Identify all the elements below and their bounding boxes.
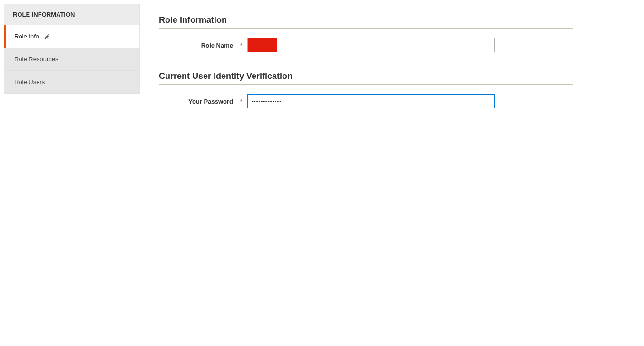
main-content: Role Information Role Name * Current Use… — [140, 4, 640, 139]
section-title-identity-verification: Current User Identity Verification — [159, 71, 621, 81]
password-value: ••••••••••••• — [252, 98, 282, 104]
label-role-name: Role Name — [159, 42, 237, 49]
tab-label: Role Resources — [14, 56, 59, 63]
text-caret-icon — [279, 97, 279, 105]
tab-role-info[interactable]: Role Info — [4, 25, 139, 48]
section-identity-verification: Current User Identity Verification Your … — [159, 71, 621, 108]
input-role-name[interactable] — [247, 38, 495, 52]
sidebar-title: ROLE INFORMATION — [4, 4, 139, 25]
section-role-information: Role Information Role Name * — [159, 15, 621, 52]
form-row-your-password: Your Password * ••••••••••••• — [159, 94, 573, 108]
label-your-password: Your Password — [159, 98, 237, 105]
input-your-password[interactable]: ••••••••••••• — [247, 94, 495, 108]
form-row-role-name: Role Name * — [159, 38, 573, 52]
tab-label: Role Info — [14, 33, 39, 40]
tab-role-resources[interactable]: Role Resources — [4, 48, 139, 71]
section-divider — [159, 28, 573, 29]
tab-label: Role Users — [14, 78, 45, 86]
sidebar-tabs: Role Info Role Resources Role Users — [4, 25, 139, 94]
required-mark: * — [239, 98, 244, 105]
section-title-role-information: Role Information — [159, 15, 621, 25]
pencil-icon — [44, 33, 50, 40]
tab-role-users[interactable]: Role Users — [4, 71, 139, 94]
sidebar: ROLE INFORMATION Role Info Role Resource… — [4, 4, 140, 94]
required-mark: * — [239, 42, 244, 49]
section-divider — [159, 84, 573, 85]
text-highlight — [248, 38, 277, 52]
